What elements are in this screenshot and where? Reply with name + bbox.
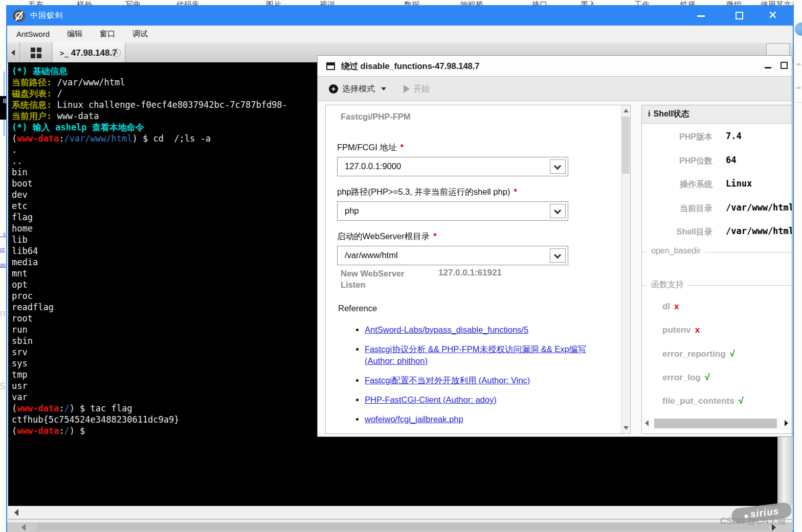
dialog-minimize-icon[interactable] (765, 67, 771, 68)
info-icon: i (648, 109, 650, 118)
webserver-listen-value: 127.0.0.1:61921 (438, 268, 502, 278)
function-row: putenvx (642, 320, 792, 343)
scrollbar-thumb[interactable] (654, 419, 777, 428)
status-value: /var/www/html (726, 226, 792, 236)
plus-circle-icon: + (329, 84, 338, 94)
maximize-button[interactable] (736, 12, 743, 19)
status-horizontal-scrollbar[interactable] (642, 418, 792, 430)
dialog-body: Fastcgi/PHP-FPM FPM/FCGI 地址*127.0.0.1:90… (318, 102, 792, 437)
status-row: 操作系统Linux (642, 175, 792, 199)
background-fragment (796, 63, 801, 65)
function-name: error_log (662, 373, 701, 382)
function-row: error_log√ (642, 367, 792, 390)
reference-list-item: PHP-FastCGI-Client (Author: adoy) (365, 394, 609, 406)
dialog-toolbar: + 选择模式 开始 (318, 77, 792, 101)
scroll-left-icon[interactable] (21, 524, 26, 531)
reference-link[interactable]: PHP-FastCGI-Client (Author: adoy) (365, 395, 497, 404)
field-select[interactable]: /var/www/html (337, 246, 568, 265)
reference-list-item: AntSword-Labs/bypass_disable_functions/5 (365, 324, 609, 336)
tab-scroll-left-icon[interactable] (11, 50, 15, 56)
start-button[interactable]: 开始 (413, 84, 430, 95)
select-value: /var/www/html (345, 250, 398, 260)
form-vertical-scrollbar[interactable] (621, 105, 630, 433)
tab-label: 47.98.148.7 (71, 48, 117, 58)
tab-47-98-148-7[interactable]: >_ 47.98.148.7 ✕ (53, 42, 125, 63)
function-row: error_reporting√ (642, 343, 792, 367)
reference-link[interactable]: wofeiwo/fcgi_jailbreak.php (365, 414, 463, 424)
status-label: 操作系统 (652, 179, 712, 190)
dropdown-arrow-icon[interactable] (550, 204, 566, 218)
function-support-rows: dlxputenvxerror_reporting√error_log√file… (642, 296, 792, 414)
tab-grid-button[interactable] (19, 42, 52, 63)
menu-bar: AntSword 编辑 窗口 调试 (7, 26, 793, 42)
background-text-fragment: ct (0, 246, 5, 252)
dialog-titlebar[interactable]: 绕过 disable_functions-47.98.148.7 (318, 56, 792, 77)
reference-link[interactable]: Fastcgi配置不当对外开放利用 (Author: Vinc) (365, 376, 530, 385)
function-name: error_reporting (662, 349, 726, 359)
scrollbar-thumb[interactable] (622, 117, 630, 174)
menu-item-debug[interactable]: 调试 (132, 29, 148, 39)
select-mode-button[interactable]: 选择模式 (342, 84, 375, 95)
reference-link[interactable]: Fastcgi协议分析 && PHP-FPM未授权访问漏洞 && Exp编写 (… (365, 344, 586, 365)
function-row: file_put_contents√ (642, 390, 792, 414)
window-titlebar: 中国蚁剑 ✕ (7, 6, 793, 26)
menu-item-antsword[interactable]: AntSword (16, 30, 50, 38)
scroll-right-icon[interactable] (785, 420, 788, 426)
status-label: 当前目录 (652, 203, 712, 214)
cross-icon: x (674, 302, 679, 311)
minimize-button[interactable] (697, 15, 705, 17)
reference-list-item: Fastcgi协议分析 && PHP-FPM未授权访问漏洞 && Exp编写 (… (365, 343, 609, 367)
status-value: 7.4 (726, 131, 742, 141)
reference-link[interactable]: AntSword-Labs/bypass_disable_functions/5 (365, 325, 528, 334)
background-app-icon (795, 22, 802, 36)
tab-close-icon[interactable]: ✕ (112, 49, 121, 57)
form-section-title: Fastcgi/PHP-FPM (341, 111, 412, 122)
dialog-title: 绕过 disable_functions-47.98.148.7 (341, 61, 480, 72)
webserver-listen-label: New WebServer Listen (341, 268, 422, 290)
function-support-fieldset: 函数支持 (642, 285, 792, 286)
bypass-disable-functions-dialog: 绕过 disable_functions-47.98.148.7 + 选择模式 … (317, 55, 792, 437)
function-row: dlx (642, 296, 792, 320)
status-label: PHP版本 (652, 132, 712, 143)
terminal-horizontal-scrollbar[interactable] (8, 506, 792, 520)
close-button[interactable]: ✕ (768, 9, 777, 22)
shell-status-panel: iShell状态 PHP版本7.4PHP位数64操作系统Linux当前目录/va… (641, 105, 792, 434)
shell-status-rows: PHP版本7.4PHP位数64操作系统Linux当前目录/var/www/htm… (642, 128, 792, 247)
csdn-watermark: CSDN @CN天狼 (720, 515, 786, 527)
status-value: Linux (726, 178, 752, 189)
window-horizontal-scrollbar[interactable] (7, 522, 792, 532)
scroll-up-icon[interactable] (623, 109, 629, 112)
shell-status-header[interactable]: iShell状态 (642, 105, 792, 124)
open-basedir-fieldset: open_basedir (642, 252, 792, 252)
dropdown-arrow-icon[interactable] (550, 159, 566, 174)
dialog-maximize-icon[interactable] (781, 62, 788, 69)
status-value: 64 (726, 155, 736, 165)
terminal-prompt-icon: >_ (60, 49, 69, 57)
chevron-down-icon[interactable] (381, 87, 386, 90)
scroll-left-icon[interactable] (14, 509, 18, 516)
dialog-window-icon (326, 62, 335, 70)
field-select[interactable]: php (337, 201, 568, 221)
required-asterisk: * (514, 187, 517, 196)
fpm-form-fields: FPM/FCGI 地址*127.0.0.1:9000php路径(PHP>=5.3… (337, 142, 577, 275)
dropdown-arrow-icon[interactable] (550, 248, 566, 263)
menu-item-window[interactable]: 窗口 (100, 29, 115, 39)
field-select[interactable]: 127.0.0.1:9000 (337, 157, 568, 176)
scroll-left-icon[interactable] (645, 420, 649, 426)
scrollbar-thumb[interactable] (37, 523, 769, 531)
background-fragment (796, 87, 801, 89)
background-text-fragment: _c (0, 231, 6, 237)
required-asterisk: * (433, 232, 436, 241)
reference-list-item: wofeiwo/fcgi_jailbreak.php (365, 413, 609, 425)
shell-status-title: Shell状态 (653, 109, 689, 118)
open-basedir-legend: open_basedir (647, 246, 705, 256)
function-support-legend: 函数支持 (647, 280, 688, 290)
field-label: php路径(PHP>=5.3, 并非当前运行的shell php)* (337, 187, 577, 198)
background-text-fragment: as (0, 262, 6, 268)
select-value: 127.0.0.1:9000 (345, 161, 401, 171)
function-name: dl (662, 302, 670, 311)
reference-list: AntSword-Labs/bypass_disable_functions/5… (365, 324, 609, 433)
scroll-down-icon[interactable] (623, 426, 629, 430)
status-row: PHP版本7.4 (642, 128, 792, 152)
menu-item-edit[interactable]: 编辑 (67, 29, 82, 39)
